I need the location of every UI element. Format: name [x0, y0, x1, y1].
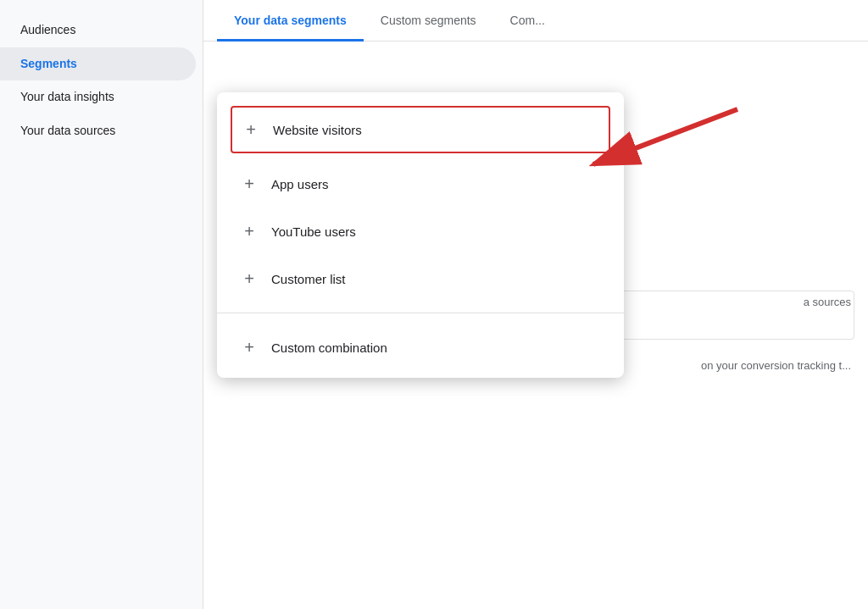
plus-icon-customer-list: + — [241, 270, 258, 287]
plus-icon-website-visitors: + — [242, 121, 259, 138]
tab-custom-segments[interactable]: Custom segments — [364, 0, 493, 41]
sidebar-item-segments[interactable]: Segments — [0, 47, 196, 81]
plus-icon-app-users: + — [241, 175, 258, 192]
sidebar-item-audiences[interactable]: Audiences — [0, 14, 196, 47]
main-content: Your data segments Custom segments Com..… — [203, 0, 868, 609]
dropdown-item-website-visitors[interactable]: + Website visitors — [231, 106, 610, 153]
dropdown-divider — [217, 313, 624, 313]
dropdown-section-top: + Website visitors + App users + YouTube… — [217, 92, 624, 309]
tab-bar: Your data segments Custom segments Com..… — [203, 0, 868, 42]
content-area: All Users of Chaya Store All users a sou… — [203, 42, 868, 609]
dropdown-item-customer-list[interactable]: + Customer list — [217, 255, 624, 302]
tab-your-data-segments[interactable]: Your data segments — [217, 0, 364, 41]
bg-text-sources: a sources — [804, 296, 851, 308]
bg-text-conversion: on your conversion tracking t... — [701, 359, 851, 372]
dropdown-section-bottom: + Custom combination — [217, 317, 624, 378]
sidebar: Audiences Segments Your data insights Yo… — [0, 0, 203, 609]
dropdown-item-app-users[interactable]: + App users — [217, 160, 624, 208]
plus-icon-youtube-users: + — [241, 223, 258, 240]
tab-combined-audiences[interactable]: Com... — [493, 0, 562, 41]
dropdown-item-youtube-users[interactable]: + YouTube users — [217, 208, 624, 255]
sidebar-item-your-data-insights[interactable]: Your data insights — [0, 80, 196, 114]
dropdown-menu: + Website visitors + App users + YouTube… — [217, 92, 624, 378]
plus-icon-custom-combination: + — [241, 339, 258, 356]
sidebar-item-your-data-sources[interactable]: Your data sources — [0, 114, 196, 148]
dropdown-item-custom-combination[interactable]: + Custom combination — [217, 324, 624, 371]
